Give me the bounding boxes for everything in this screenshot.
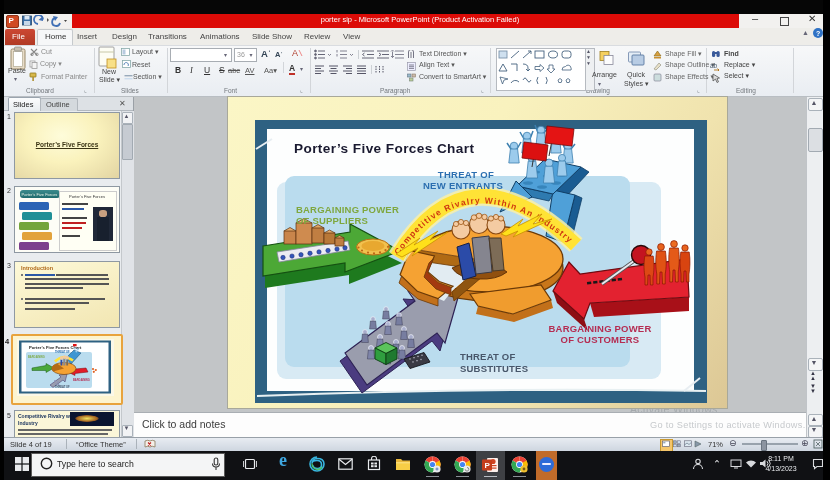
svg-text:THREAT OF: THREAT OF <box>438 169 494 180</box>
svg-text:NEW ENTRANTS: NEW ENTRANTS <box>423 180 503 191</box>
svg-text:BARGAINING POWER: BARGAINING POWER <box>549 323 652 334</box>
svg-text:BARGAINING POWER: BARGAINING POWER <box>296 204 399 215</box>
svg-text:THREAT OF: THREAT OF <box>460 351 515 362</box>
svg-text:A: A <box>292 48 298 58</box>
svg-text:Porter’s Five Forces Chart: Porter’s Five Forces Chart <box>294 141 474 156</box>
svg-text:THREAT OF: THREAT OF <box>55 350 70 354</box>
svg-text:BARGAINING: BARGAINING <box>73 378 90 382</box>
svg-text:SUBSTITUTES: SUBSTITUTES <box>460 363 528 374</box>
svg-text:OF CUSTOMERS: OF CUSTOMERS <box>561 334 640 345</box>
svg-text:P: P <box>484 461 490 470</box>
svg-text:OF SUPPLIERS: OF SUPPLIERS <box>296 215 368 226</box>
svg-text:BARGAINING: BARGAINING <box>28 355 45 359</box>
svg-text:THREAT OF: THREAT OF <box>55 385 70 389</box>
svg-text:ab: ab <box>710 62 718 69</box>
